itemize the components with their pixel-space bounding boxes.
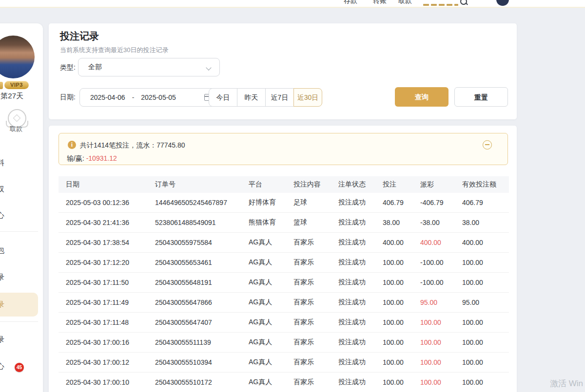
cell-valid: 100.00	[462, 378, 509, 386]
cell-bet: 100.00	[383, 259, 420, 266]
cell-content: 百家乐	[293, 378, 338, 387]
date-end-value: 2025-05-05	[141, 93, 176, 101]
user-avatar-small[interactable]	[496, 0, 509, 6]
sidebar: VIP3 第27天 取款 料 双 心 包 录 录 录 心 45	[0, 23, 43, 392]
user-avatar[interactable]	[0, 36, 35, 78]
cell-order: 250430055975584	[155, 239, 249, 246]
promo-text-fragment	[431, 4, 437, 6]
quick-range-7days[interactable]: 近7日	[265, 88, 294, 107]
quick-range-today[interactable]: 今日	[209, 88, 237, 107]
table-row: 2025-04-30 17:00:16 250430055511139 AG真人…	[58, 333, 509, 353]
query-button[interactable]: 查询	[395, 87, 448, 107]
cell-payout: -100.00	[420, 279, 462, 286]
nav-transfer[interactable]: 转账	[373, 0, 387, 5]
cell-platform: AG真人	[249, 238, 293, 247]
cell-order: 1446496505245467897	[155, 199, 249, 206]
sidebar-divider	[0, 321, 38, 322]
cell-payout: 100.00	[420, 338, 462, 346]
cell-bet: 100.00	[383, 279, 420, 286]
chevron-down-icon	[207, 65, 212, 70]
quick-range-30days[interactable]: 近30日	[293, 88, 322, 107]
cell-content: 百家乐	[293, 238, 338, 247]
type-label: 类型:	[60, 63, 76, 72]
cell-content: 百家乐	[293, 338, 338, 347]
type-select-value: 全部	[88, 63, 102, 72]
bet-records-table: 日期 订单号 平台 投注内容 注单状态 投注 派彩 有效投注额 2025-05-…	[58, 176, 509, 392]
cell-payout: 95.00	[420, 299, 462, 306]
cell-date: 2025-04-30 17:12:20	[66, 259, 155, 266]
cell-date: 2025-04-30 17:11:49	[66, 299, 155, 306]
col-platform: 平台	[249, 180, 293, 189]
cell-date: 2025-05-03 00:12:36	[66, 199, 155, 206]
winloss-value: -10931.12	[86, 154, 117, 162]
message-count-badge[interactable]: 45	[15, 363, 24, 372]
cell-content: 百家乐	[293, 318, 338, 327]
cell-status: 投注成功	[338, 358, 383, 367]
promo-text-fragment	[423, 4, 429, 6]
sidebar-item-profile[interactable]: 料	[0, 158, 8, 168]
col-date: 日期	[66, 180, 155, 189]
cell-valid: 100.00	[462, 279, 509, 286]
cell-payout: 400.00	[420, 239, 462, 246]
sidebar-item-message-center[interactable]: 心	[0, 362, 8, 371]
cell-payout: 100.00	[420, 378, 462, 386]
cell-status: 投注成功	[338, 198, 383, 207]
date-label: 日期:	[60, 93, 76, 102]
col-payout: 派彩	[420, 180, 462, 189]
cell-status: 投注成功	[338, 238, 383, 247]
cell-platform: AG真人	[249, 258, 293, 267]
sidebar-item-rebate-records[interactable]: 录	[0, 335, 8, 344]
cell-payout: -100.00	[420, 259, 462, 266]
nav-deposit[interactable]: 存款	[344, 0, 357, 5]
cell-content: 百家乐	[293, 278, 338, 287]
nav-withdraw[interactable]: 取款	[398, 0, 412, 5]
collapse-icon[interactable]	[483, 140, 492, 149]
sidebar-item-transaction-records[interactable]: 录	[0, 273, 8, 282]
cell-content: 百家乐	[293, 298, 338, 307]
cell-date: 2025-04-30 17:00:12	[66, 358, 155, 366]
sidebar-item-wallet[interactable]: 包	[0, 246, 8, 255]
promo-text-fragment	[447, 4, 452, 6]
reset-button[interactable]: 重置	[454, 87, 508, 107]
page-title: 投注记录	[60, 30, 99, 43]
sidebar-item-security[interactable]: 心	[0, 211, 8, 220]
col-order: 订单号	[155, 180, 249, 189]
winloss-label: 输/赢:	[67, 154, 84, 162]
cell-status: 投注成功	[338, 338, 383, 347]
sidebar-item-bet-records-active[interactable]: 录	[0, 293, 38, 317]
cell-order: 250430055653461	[155, 259, 249, 266]
cell-payout: 100.00	[420, 358, 462, 366]
withdraw-label[interactable]: 取款	[3, 125, 29, 133]
results-panel: i 共计1414笔投注，流水：77745.80 输/赢: -10931.12 日…	[49, 126, 517, 392]
promo-text-fragment	[439, 4, 445, 6]
summary-totals: 共计1414笔投注，流水：77745.80	[80, 141, 185, 150]
table-body: 2025-05-03 00:12:36 1446496505245467897 …	[58, 193, 509, 392]
summary-alert: i 共计1414笔投注，流水：77745.80 输/赢: -10931.12	[58, 133, 508, 165]
cell-platform: AG真人	[249, 278, 293, 287]
cell-date: 2025-04-30 17:00:10	[66, 378, 155, 386]
table-row: 2025-04-30 17:38:54 250430055975584 AG真人…	[58, 233, 509, 253]
cell-date: 2025-04-30 17:38:54	[66, 239, 155, 246]
cell-order: 250430055510172	[155, 378, 249, 386]
sidebar-divider	[0, 231, 38, 232]
cell-bet: 100.00	[383, 378, 420, 386]
cell-payout: -38.00	[420, 219, 462, 226]
cell-platform: AG真人	[249, 338, 293, 347]
cell-valid: 100.00	[462, 259, 509, 266]
cell-status: 投注成功	[338, 278, 383, 287]
cell-bet: 100.00	[383, 318, 420, 326]
cell-bet: 100.00	[383, 338, 420, 346]
type-select[interactable]: 全部	[78, 58, 220, 76]
table-row: 2025-04-30 17:12:20 250430055653461 AG真人…	[58, 253, 509, 273]
quick-range-yesterday[interactable]: 昨天	[237, 88, 266, 107]
summary-winloss: 输/赢: -10931.12	[67, 154, 117, 163]
cell-bet: 100.00	[383, 358, 420, 366]
table-row: 2025-04-30 17:00:10 250430055510172 AG真人…	[58, 373, 509, 392]
cell-platform: 好博体育	[249, 198, 293, 207]
search-icon[interactable]	[460, 0, 467, 5]
cell-bet: 38.00	[383, 219, 420, 226]
cell-valid: 100.00	[462, 318, 509, 326]
table-row: 2025-04-30 17:11:50 250430055648191 AG真人…	[58, 273, 509, 293]
sidebar-item-privilege[interactable]: 双	[0, 185, 8, 194]
date-range-input[interactable]: 2025-04-06 - 2025-05-05	[79, 88, 219, 107]
